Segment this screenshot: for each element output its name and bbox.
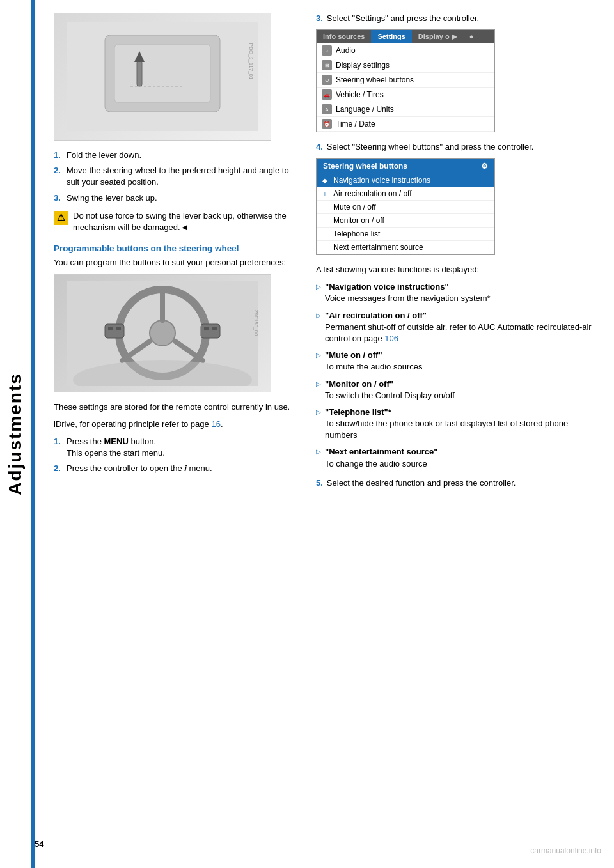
language-icon: A [322, 104, 332, 114]
warning-text: Do not use force to swing the lever back… [73, 210, 297, 233]
sw-menu-row-nav: ◆ Navigation voice instructions [317, 174, 494, 187]
audio-icon: ♪ [322, 45, 332, 56]
sw-menu-nav-text: Navigation voice instructions [333, 176, 430, 185]
list-item-nav: ▷ "Navigation voice instructions" Voice … [316, 281, 595, 304]
menu-row-time: ⏰ Time / Date [317, 117, 494, 132]
step-5-right: 5. Select the desired function and press… [316, 477, 595, 489]
air-page-link[interactable]: 106 [384, 334, 398, 343]
step-bottom-2: 2. Press the controller to open the i me… [54, 463, 297, 474]
step-5-right-text: Select the desired function and press th… [327, 477, 516, 489]
sw-menu-row-air: + Air recirculation on / off [317, 187, 494, 201]
sw-menu-row-monitor: Monitor on / off [317, 214, 494, 228]
sw-menu-row-telephone: Telephone list [317, 228, 494, 241]
steering-svg [67, 281, 258, 386]
sw-menu-air-text: Air recirculation on / off [333, 189, 412, 198]
list-item-mute-title: "Mute on / off" [325, 350, 382, 360]
menu-tab-extra: ● [463, 30, 480, 43]
list-item-telephone: ▷ "Telephone list"* To show/hide the pho… [316, 407, 595, 442]
list-item-entertainment-body: To change the audio source [325, 459, 427, 469]
step-2-number: 2. [54, 165, 63, 188]
sw-menu-row-mute: Mute on / off [317, 201, 494, 214]
step-2-text: Move the steering wheel to the preferred… [67, 165, 297, 188]
svg-rect-12 [105, 324, 124, 338]
functions-list: ▷ "Navigation voice instructions" Voice … [316, 281, 595, 470]
list-item-monitor: ▷ "Monitor on / off" To switch the Contr… [316, 378, 595, 401]
step-bottom-1-number: 1. [54, 436, 63, 459]
svg-rect-3 [137, 61, 142, 86]
step-bottom-1-text: Press the MENU button.This opens the sta… [67, 436, 165, 459]
sw-menu-header: Steering wheel buttons ⚙ [317, 159, 494, 174]
list-item-air-body: Permanent shut-off of outside air, refer… [325, 322, 592, 343]
step-1-text: Fold the lever down. [67, 150, 141, 161]
menu-row-audio-text: Audio [336, 46, 356, 55]
arrow-icon-telephone: ▷ [316, 408, 321, 442]
step-bottom-1: 1. Press the MENU button.This opens the … [54, 436, 297, 459]
lever-diagram-image: PDC_2_117_01 [54, 13, 271, 141]
list-item-monitor-body: To switch the Control Display on/off [325, 391, 455, 400]
i-symbol: i [184, 463, 187, 473]
list-item-telephone-content: "Telephone list"* To show/hide the phone… [325, 407, 595, 442]
step-4-right: 4. Select "Steering wheel buttons" and p… [316, 141, 595, 153]
menu-word: MENU [104, 437, 129, 446]
sw-menu-mute-text: Mute on / off [333, 203, 376, 212]
svg-rect-14 [116, 327, 121, 330]
svg-rect-13 [108, 327, 113, 330]
menu-row-vehicle: 🚗 Vehicle / Tires [317, 88, 494, 102]
chapter-title: Adjustments [5, 373, 26, 495]
list-item-nav-body: Voice messages from the navigation syste… [325, 293, 491, 303]
watermark: carmanualonline.info [530, 846, 601, 855]
stored-text: These settings are stored for the remote… [54, 401, 297, 414]
warning-icon: ⚠ [54, 211, 68, 225]
menu-row-steering-text: Steering wheel buttons [336, 75, 414, 84]
menu-row-display: ⊞ Display settings [317, 58, 494, 73]
step-3-right-text: Select "Settings" and press the controll… [327, 13, 479, 24]
menu-row-vehicle-text: Vehicle / Tires [336, 90, 384, 99]
list-item-air: ▷ "Air recirculation on / off" Permanent… [316, 310, 595, 345]
list-item-air-content: "Air recirculation on / off" Permanent s… [325, 310, 595, 345]
step-3-right: 3. Select "Settings" and press the contr… [316, 13, 595, 24]
menu-tab-settings: Settings [371, 30, 411, 43]
idrive-period: . [221, 419, 223, 429]
arrow-icon-monitor: ▷ [316, 380, 321, 401]
menu-row-language: A Language / Units [317, 102, 494, 117]
svg-rect-16 [204, 327, 209, 330]
step-4-num: 4. [316, 141, 323, 153]
steering-wheel-buttons-menu: Steering wheel buttons ⚙ ◆ Navigation vo… [316, 158, 495, 255]
step-3-text: Swing the lever back up. [67, 192, 157, 204]
list-item-entertainment-content: "Next entertainment source" To change th… [325, 446, 437, 469]
arrow-icon-air: ▷ [316, 311, 321, 345]
list-item-telephone-title: "Telephone list"* [325, 407, 391, 417]
step-bottom-2-number: 2. [54, 463, 63, 474]
step-5-num: 5. [316, 477, 323, 489]
seat-diagram-graphic [54, 13, 271, 140]
menu1-header: Info sources Settings Display o ▶ ● [317, 30, 494, 43]
sw-menu-row-next: Next entertainment source [317, 241, 494, 254]
list-item-mute-body: To mute the audio sources [325, 362, 422, 371]
vehicle-icon: 🚗 [322, 89, 332, 100]
steering-icon: ⊙ [322, 75, 332, 85]
seat-svg [67, 22, 258, 131]
step-3-num: 3. [316, 13, 323, 24]
menu-row-time-text: Time / Date [336, 120, 375, 128]
blue-border-bar [31, 0, 35, 868]
step-4-right-text: Select "Steering wheel buttons" and pres… [327, 141, 534, 153]
section-heading-programmable: Programmable buttons on the steering whe… [54, 244, 297, 253]
list-item-mute-content: "Mute on / off" To mute the audio source… [325, 350, 422, 373]
idrive-reference: iDrive, for operating principle refer to… [54, 419, 297, 431]
list-item-telephone-body: To show/hide the phone book or last disp… [325, 419, 568, 440]
sw-bullet-air: + [319, 190, 331, 198]
menu-row-steering: ⊙ Steering wheel buttons [317, 73, 494, 88]
menu-row-language-text: Language / Units [336, 105, 394, 114]
svg-rect-17 [212, 327, 217, 330]
list-item-air-title: "Air recirculation on / off" [325, 311, 427, 320]
right-column: 3. Select "Settings" and press the contr… [316, 13, 595, 494]
idrive-text: iDrive, for operating principle refer to… [54, 419, 211, 429]
list-item-entertainment-title: "Next entertainment source" [325, 447, 437, 456]
arrow-icon-entertainment: ▷ [316, 447, 321, 469]
page-number: 54 [35, 839, 43, 849]
idrive-page-link[interactable]: 16 [211, 419, 220, 429]
display-icon: ⊞ [322, 60, 332, 70]
step-3: 3. Swing the lever back up. [54, 192, 297, 204]
svg-point-8 [150, 320, 175, 346]
sw-menu-next-text: Next entertainment source [333, 243, 423, 252]
